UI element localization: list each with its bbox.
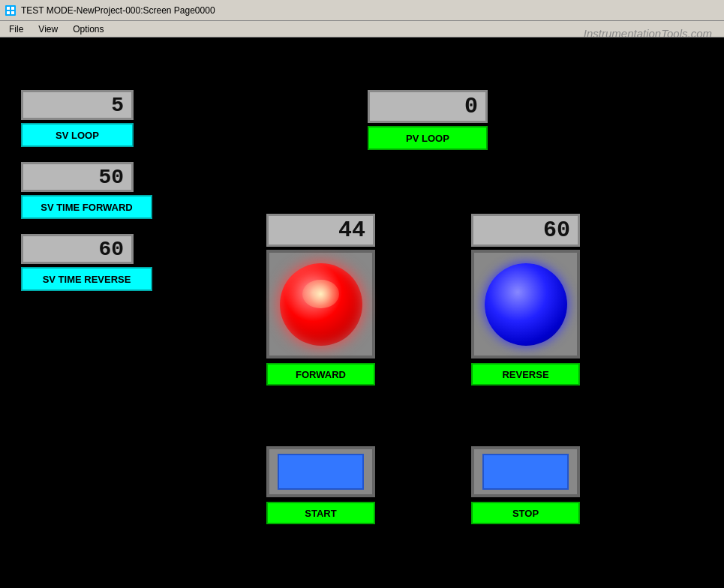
forward-section: 44 FORWARD xyxy=(266,214,375,386)
pv-loop-area: 0 PV LOOP xyxy=(368,90,488,150)
start-section: START xyxy=(266,446,375,524)
start-indicator-container xyxy=(266,446,375,497)
sv-time-forward-button[interactable]: SV TIME FORWARD xyxy=(21,195,152,219)
stop-button[interactable]: STOP xyxy=(471,502,580,524)
forward-indicator-light xyxy=(280,263,362,346)
sv-loop-button[interactable]: SV LOOP xyxy=(21,123,134,147)
sv-time-reverse-button[interactable]: SV TIME REVERSE xyxy=(21,267,152,291)
main-area: 5 SV LOOP 50 SV TIME FORWARD 60 SV TIME … xyxy=(0,38,724,588)
window-title: TEST MODE-NewProject-000:Screen Page0000 xyxy=(21,5,215,16)
reverse-indicator-container xyxy=(471,250,580,358)
svg-rect-1 xyxy=(7,7,10,10)
forward-indicator-container xyxy=(266,250,375,358)
menu-options[interactable]: Options xyxy=(67,22,110,36)
title-bar: TEST MODE-NewProject-000:Screen Page0000 xyxy=(0,0,724,21)
forward-value-display: 44 xyxy=(266,214,375,247)
left-panel: 5 SV LOOP 50 SV TIME FORWARD 60 SV TIME … xyxy=(21,90,152,291)
stop-indicator xyxy=(482,454,569,490)
svg-rect-3 xyxy=(7,11,10,14)
stop-section: STOP xyxy=(471,446,580,524)
forward-button[interactable]: FORWARD xyxy=(266,363,375,386)
start-button[interactable]: START xyxy=(266,502,375,524)
sv-loop-value-display: 5 xyxy=(21,90,134,120)
menu-view[interactable]: View xyxy=(32,22,64,36)
app-icon xyxy=(5,4,17,16)
reverse-section: 60 REVERSE xyxy=(471,214,580,386)
sv-time-forward-value-display: 50 xyxy=(21,162,134,192)
svg-rect-2 xyxy=(11,7,14,10)
pv-loop-value-display: 0 xyxy=(368,90,488,123)
stop-indicator-container xyxy=(471,446,580,497)
svg-rect-4 xyxy=(11,11,14,14)
reverse-value-display: 60 xyxy=(471,214,580,247)
menu-file[interactable]: File xyxy=(3,22,29,36)
sv-time-reverse-value-display: 60 xyxy=(21,234,134,264)
pv-loop-button[interactable]: PV LOOP xyxy=(368,126,488,150)
reverse-indicator-light xyxy=(485,263,567,346)
reverse-button[interactable]: REVERSE xyxy=(471,363,580,386)
start-indicator xyxy=(278,454,364,490)
